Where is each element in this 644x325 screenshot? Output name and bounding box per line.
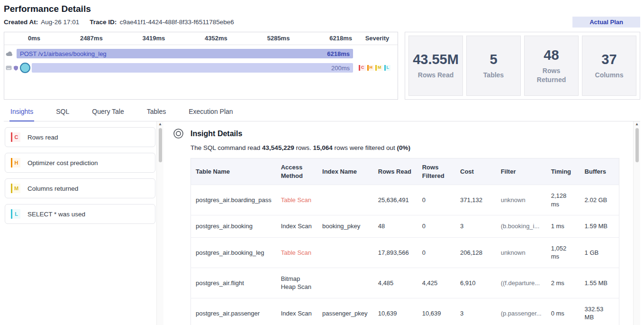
cell-filter: (p.passenger...: [496, 298, 546, 325]
insight-item-label: Columns returned: [27, 185, 78, 192]
severity-badge-high[interactable]: H: [367, 65, 374, 71]
cell-cost: 3: [455, 215, 496, 238]
cell-timing: 0 ms: [546, 298, 580, 325]
col-header: Filter: [496, 158, 546, 185]
top-section: 0ms 2487ms 3419ms 4352ms 5285ms 6218ms S…: [4, 32, 640, 100]
sql-console-icon: [6, 65, 12, 70]
cell-access-method: Index Scan: [276, 298, 317, 325]
col-header: Rows Read: [373, 158, 417, 185]
severity-badge-high: H: [11, 158, 20, 167]
cell-timing: 1 ms: [546, 215, 580, 238]
cell-rows-filtered: 4,425: [417, 268, 455, 298]
tick-label: 2487ms: [80, 35, 103, 42]
cell-filter: unknown: [496, 237, 546, 268]
insight-item-label: Rows read: [27, 134, 58, 141]
col-header: Timing: [546, 158, 580, 185]
severity-badge-critical: C: [11, 132, 20, 142]
tab-query-tale[interactable]: Query Tale: [91, 106, 125, 121]
time-axis: 0ms 2487ms 3419ms 4352ms 5285ms 6218ms S…: [4, 32, 398, 45]
severity-badge-low[interactable]: L: [384, 65, 391, 71]
tab-execution-plan[interactable]: Execution Plan: [188, 106, 234, 121]
col-header: Table Name: [191, 158, 276, 185]
tick-label: 6218ms: [329, 35, 352, 42]
stat-card-tables: 5 Tables: [466, 36, 521, 96]
stat-value: 43.55M: [413, 52, 459, 67]
summary-filtered: 15,064: [313, 144, 332, 151]
summary-text: The SQL command read: [190, 144, 260, 151]
insight-table: Table Name Access Method Index Name Rows…: [190, 158, 619, 325]
tab-tables[interactable]: Tables: [146, 106, 167, 121]
cell-rows-read: 10,639: [373, 298, 417, 325]
severity-badge-low: L: [11, 209, 20, 219]
cell-buffers: 1.59 MB: [580, 215, 619, 238]
severity-badge-medium[interactable]: M: [375, 65, 383, 71]
stat-label: Rows Returned: [530, 66, 573, 84]
severity-badge-medium: M: [11, 184, 20, 193]
cell-rows-filtered: 0: [417, 237, 455, 268]
insight-item-select-star[interactable]: L SELECT * was used: [5, 204, 155, 224]
tick-label: 0ms: [28, 35, 40, 42]
endpoint-cloud-icon: [6, 51, 13, 56]
cell-timing: 1,052 ms: [546, 237, 580, 268]
cell-rows-read: 4,485: [373, 268, 417, 298]
trace-span-row-query: 200ms C H M L: [4, 62, 398, 74]
span-label: POST /v1/airbases/booking_leg: [20, 50, 107, 57]
insight-details-header: Insight Details: [173, 128, 630, 139]
span-marker-circle[interactable]: [20, 63, 30, 73]
target-icon: [173, 128, 184, 139]
tab-insights[interactable]: Insights: [9, 106, 34, 121]
insight-item-columns-returned[interactable]: M Columns returned: [5, 178, 155, 198]
col-header: Buffers: [580, 158, 619, 185]
cell-access-method: Table Scan: [276, 185, 317, 215]
cell-rows-read: 17,893,566: [373, 237, 417, 268]
sidebar-scrollbar[interactable]: ▲: [156, 121, 163, 325]
insights-sidebar: C Rows read H Optimizer cost prediction …: [4, 121, 156, 325]
cell-filter: unknown: [496, 185, 546, 215]
stat-value: 5: [490, 52, 497, 67]
cell-rows-filtered: 0: [417, 185, 455, 215]
cell-rows-read: 25,636,491: [373, 185, 417, 215]
row-icons: [4, 65, 18, 71]
scrollbar-thumb[interactable]: [159, 128, 162, 162]
scroll-up-icon[interactable]: ▲: [158, 122, 162, 127]
trace-span-bar[interactable]: 200ms: [32, 63, 353, 73]
span-duration: 200ms: [331, 65, 350, 72]
cell-rows-read: 48: [373, 215, 417, 238]
actual-plan-button[interactable]: Actual Plan: [572, 17, 640, 28]
section-title: Insight Details: [190, 130, 242, 138]
severity-badge-critical[interactable]: C: [359, 65, 366, 71]
col-header: Rows Filtered: [417, 158, 455, 185]
insight-item-rows-read[interactable]: C Rows read: [5, 127, 155, 147]
col-header: Cost: [455, 158, 496, 185]
stat-value: 37: [601, 52, 617, 67]
trace-span-bar[interactable]: POST /v1/airbases/booking_leg 6218ms: [17, 49, 353, 58]
summary-rows-read: 43,545,229: [262, 144, 294, 151]
cell-buffers: 2.02 GB: [580, 185, 619, 215]
cell-timing: 2,128 ms: [546, 185, 580, 215]
stat-card-rows-read: 43.55M Rows Read: [408, 36, 463, 96]
summary-text: rows.: [296, 144, 311, 151]
cell-cost: 6,910: [455, 268, 496, 298]
cell-index-name: [317, 185, 373, 215]
scrollbar-thumb[interactable]: [635, 128, 639, 162]
cell-table-name: postgres_air.passenger: [191, 298, 276, 325]
scroll-up-icon[interactable]: ▲: [635, 122, 639, 127]
summary-percent: (0%): [397, 144, 411, 151]
insight-item-optimizer-cost[interactable]: H Optimizer cost prediction: [5, 153, 155, 173]
cell-index-name: [317, 237, 373, 268]
insight-item-label: SELECT * was used: [27, 211, 85, 218]
main-scrollbar[interactable]: ▲: [633, 121, 640, 325]
trace-timeline-panel: 0ms 2487ms 3419ms 4352ms 5285ms 6218ms S…: [4, 32, 398, 100]
cell-timing: 2 ms: [546, 268, 580, 298]
cell-cost: 206,128: [455, 237, 496, 268]
row-icons: [4, 51, 17, 56]
cell-access-method: Bitmap Heap Scan: [276, 268, 317, 298]
cell-index-name: passenger_pkey: [317, 298, 373, 325]
performance-details-page: Performance Details Created At: Aug-26 1…: [0, 0, 644, 325]
tick-label: 3419ms: [143, 35, 165, 42]
stats-panel: 43.55M Rows Read 5 Tables 48 Rows Return…: [405, 32, 640, 100]
cell-buffers: 1 GB: [580, 237, 619, 268]
cell-buffers: 1.55 MB: [580, 268, 619, 298]
tab-sql[interactable]: SQL: [55, 106, 70, 121]
trace-span-row-endpoint: POST /v1/airbases/booking_leg 6218ms: [4, 48, 398, 59]
